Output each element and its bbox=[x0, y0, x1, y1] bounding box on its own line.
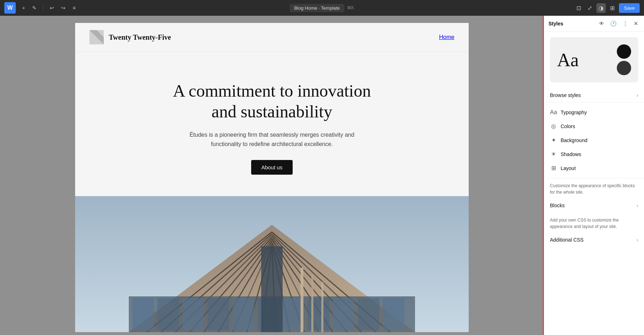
additional-css-label: Additional CSS bbox=[550, 237, 636, 243]
list-icon: ≡ bbox=[73, 5, 75, 11]
shadows-label: Shadows bbox=[561, 151, 638, 157]
resize-button[interactable]: ⤢ bbox=[585, 3, 594, 13]
styles-options-section: Aa Typography ◎ Colors ✦ Background ☀ Sh… bbox=[544, 103, 644, 178]
nav-home[interactable]: Home bbox=[439, 34, 454, 40]
browse-styles-row[interactable]: Browse styles › bbox=[544, 88, 644, 103]
main-area: Twenty Twenty-Five Home A commitment to … bbox=[0, 16, 644, 335]
shadows-item[interactable]: ☀ Shadows bbox=[544, 147, 644, 161]
blocks-row[interactable]: Blocks › bbox=[544, 198, 644, 213]
styles-panel-title: Styles bbox=[548, 21, 595, 26]
colors-icon: ◎ bbox=[550, 123, 557, 130]
about-us-button[interactable]: About us bbox=[251, 160, 292, 175]
background-icon: ✦ bbox=[550, 137, 557, 144]
styles-preview-button[interactable]: 👁 bbox=[597, 19, 606, 28]
styles-panel: Styles 👁 🕐 ⋮ ✕ Aa Browse styles bbox=[544, 16, 644, 335]
view-icon: ⊡ bbox=[576, 5, 581, 11]
wp-logo[interactable]: W bbox=[4, 2, 16, 14]
site-preview: Twenty Twenty-Five Home A commitment to … bbox=[75, 23, 469, 332]
layout-label: Layout bbox=[561, 165, 638, 171]
styles-close-button[interactable]: ✕ bbox=[632, 19, 640, 28]
css-description: Add your own CSS to customize the appear… bbox=[544, 213, 644, 233]
resize-icon: ⤢ bbox=[587, 5, 592, 11]
browse-styles-label: Browse styles bbox=[550, 92, 636, 98]
svg-rect-38 bbox=[75, 196, 469, 332]
layout-icon: ⊞ bbox=[610, 5, 615, 11]
typography-item[interactable]: Aa Typography bbox=[544, 106, 644, 119]
style-icon: ◑ bbox=[599, 5, 604, 11]
site-logo-area: Twenty Twenty-Five bbox=[89, 30, 171, 44]
background-item[interactable]: ✦ Background bbox=[544, 133, 644, 147]
shadows-icon: ☀ bbox=[550, 151, 557, 157]
logo-svg bbox=[89, 30, 104, 44]
add-icon: + bbox=[22, 5, 25, 11]
hero-subtitle: Études is a pioneering firm that seamles… bbox=[182, 130, 361, 149]
styles-more-button[interactable]: ⋮ bbox=[621, 19, 629, 28]
colors-label: Colors bbox=[561, 123, 638, 129]
blocks-label: Blocks bbox=[550, 203, 636, 208]
layout-button[interactable]: ⊞ bbox=[608, 3, 617, 13]
building-image bbox=[75, 196, 469, 332]
site-title: Twenty Twenty-Five bbox=[109, 33, 171, 42]
blocks-chevron: › bbox=[636, 203, 638, 208]
style-preview-circles bbox=[617, 44, 631, 75]
hero-section: A commitment to innovation and sustainab… bbox=[75, 52, 469, 196]
building-illustration bbox=[75, 196, 469, 332]
page-title-label: Blog Home · Template bbox=[290, 4, 344, 12]
tools-button[interactable]: ✎ bbox=[30, 4, 39, 12]
canvas-area[interactable]: Twenty Twenty-Five Home A commitment to … bbox=[0, 16, 544, 335]
style-preview-card[interactable]: Aa bbox=[550, 37, 638, 82]
redo-icon: ↪ bbox=[61, 5, 65, 11]
layout-item[interactable]: ⊞ Layout bbox=[544, 161, 644, 175]
undo-button[interactable]: ↩ bbox=[48, 4, 56, 12]
typography-label: Typography bbox=[561, 110, 638, 115]
color-circle-dark bbox=[617, 61, 631, 75]
blocks-description: Customize the appearance of specific blo… bbox=[544, 178, 644, 198]
colors-item[interactable]: ◎ Colors bbox=[544, 119, 644, 133]
style-toggle-button[interactable]: ◑ bbox=[596, 3, 606, 13]
ellipsis-icon: ⋮ bbox=[623, 20, 628, 26]
toolbar-right: ⊡ ⤢ ◑ ⊞ Save bbox=[574, 3, 640, 13]
site-logo bbox=[89, 30, 104, 44]
close-icon: ✕ bbox=[634, 20, 638, 26]
add-button[interactable]: + bbox=[20, 4, 27, 12]
toolbar: W + ✎ ↩ ↪ ≡ Blog Home · Template ⌘K ⊡ ⤢ … bbox=[0, 0, 644, 16]
styles-panel-header: Styles 👁 🕐 ⋮ ✕ bbox=[544, 16, 644, 31]
view-button[interactable]: ⊡ bbox=[574, 3, 583, 13]
eye-icon: 👁 bbox=[599, 20, 604, 26]
css-chevron: › bbox=[636, 237, 638, 243]
save-button[interactable]: Save bbox=[619, 3, 640, 13]
color-circle-black bbox=[617, 44, 631, 59]
hero-title: A commitment to innovation and sustainab… bbox=[89, 81, 454, 122]
toolbar-center: Blog Home · Template ⌘K bbox=[290, 4, 354, 12]
additional-css-row[interactable]: Additional CSS › bbox=[544, 233, 644, 247]
undo-icon: ↩ bbox=[50, 5, 54, 11]
clock-icon: 🕐 bbox=[610, 20, 617, 26]
background-label: Background bbox=[561, 137, 638, 143]
list-view-button[interactable]: ≡ bbox=[70, 4, 78, 12]
redo-button[interactable]: ↪ bbox=[59, 4, 68, 12]
styles-history-button[interactable]: 🕐 bbox=[609, 19, 618, 28]
pencil-icon: ✎ bbox=[32, 5, 36, 11]
site-nav: Home bbox=[439, 34, 454, 40]
style-preview-text: Aa bbox=[557, 49, 579, 71]
typography-icon: Aa bbox=[550, 109, 557, 116]
divider-1 bbox=[43, 4, 43, 11]
shortcut-label: ⌘K bbox=[347, 5, 354, 10]
browse-styles-chevron: › bbox=[636, 92, 638, 98]
layout-panel-icon: ⊞ bbox=[550, 165, 557, 171]
site-header: Twenty Twenty-Five Home bbox=[75, 23, 469, 52]
